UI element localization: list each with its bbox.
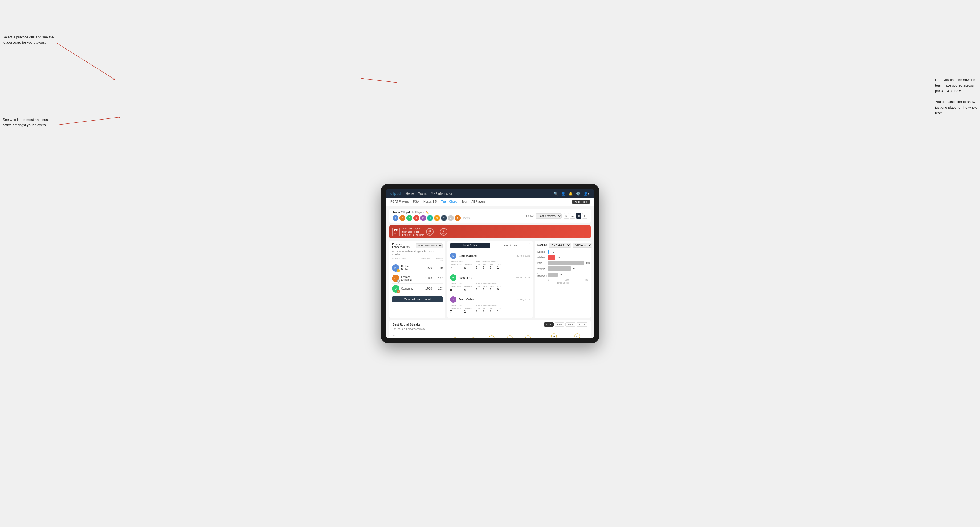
- rank-badge-3: 3: [397, 290, 400, 293]
- edit-team-icon[interactable]: ✏️: [426, 211, 429, 214]
- streaks-title: Best Round Streaks: [393, 323, 420, 326]
- svg-point-13: [471, 338, 476, 338]
- chart-row-bogeys: Bogeys 311: [538, 267, 588, 271]
- sub-nav-team-clippd[interactable]: Team Clippd: [441, 200, 457, 204]
- birdies-bar: 96: [548, 255, 555, 259]
- nav-my-performance[interactable]: My Performance: [431, 192, 452, 195]
- lb-player-3: C 3 Cameron... 17/20 103: [392, 284, 442, 294]
- streaks-chart: 4 6 7x6x6x5x5x4x4x4x3x3x: [393, 332, 587, 338]
- players-label: Players: [462, 217, 470, 219]
- avatar-8: T: [441, 215, 447, 221]
- person-icon[interactable]: 👤: [561, 192, 565, 195]
- team-header: Team Clippd 14 Players ✏️ R E C B M J S: [389, 209, 591, 223]
- avatar-10: P: [455, 215, 461, 221]
- sub-nav-hcaps[interactable]: Hcaps 1-5: [423, 200, 437, 204]
- eagles-bar-wrap: 3: [548, 250, 588, 254]
- pars-val: 499: [586, 262, 590, 264]
- drill-select[interactable]: PUTT Must Make Putting...: [416, 243, 442, 248]
- col-name-label: PLAYER NAME: [392, 257, 418, 262]
- player-date-2: 02 Sep 2023: [516, 276, 530, 279]
- practice-stat: Practice 6: [464, 264, 472, 270]
- view-sort-icon[interactable]: ⇅: [582, 213, 587, 219]
- player-avatar-2: R: [450, 275, 457, 281]
- eagles-val: 3: [553, 251, 554, 253]
- streaks-tab-putt[interactable]: PUTT: [577, 322, 588, 327]
- svg-text:4x: 4x: [490, 337, 493, 338]
- lb-title: Practice Leaderboards: [392, 243, 416, 249]
- add-team-button[interactable]: Add Team: [572, 200, 590, 204]
- player-card-header-2: R Rees Britt 02 Sep 2023: [450, 275, 530, 281]
- svg-point-10: [452, 338, 458, 338]
- team-header-right: Show: Last 3 months Last 6 months Last y…: [526, 213, 587, 219]
- lb-name-1: Richard Butler...: [401, 265, 418, 271]
- sub-nav-pga[interactable]: PGA: [413, 200, 419, 204]
- dbogeys-label: D. Bogeys +: [538, 272, 548, 277]
- sub-nav-all-players[interactable]: All Players: [472, 200, 485, 204]
- lb-name-3: Cameron...: [401, 287, 418, 290]
- tab-most-active[interactable]: Most Active: [450, 243, 490, 248]
- search-icon[interactable]: 🔍: [554, 192, 558, 195]
- chart-row-eagles: Eagles 3: [538, 250, 588, 254]
- scoring-header: Scoring Par 3, 4 & 5s All Players: [538, 243, 588, 248]
- player-card-header-3: J Josh Coles 26 Aug 2023: [450, 296, 530, 303]
- tab-least-active[interactable]: Least Active: [490, 243, 530, 248]
- shot-badge: 198 sc: [392, 227, 400, 236]
- nav-icons: 🔍 👤 🔔 ⚙️ 👤▾: [554, 192, 590, 195]
- scoring-player-filter[interactable]: All Players: [573, 243, 592, 248]
- avatar-5: M: [420, 215, 426, 221]
- lb-player-2: EC 2 Edward Crossman 18/20 107: [392, 273, 442, 284]
- nav-home[interactable]: Home: [406, 192, 414, 195]
- player-card-3: J Josh Coles 26 Aug 2023 Total Rounds To…: [450, 294, 530, 316]
- player-name-2: Rees Britt: [458, 276, 516, 279]
- sub-nav-tour[interactable]: Tour: [461, 200, 467, 204]
- total-shots-label: Total Shots: [538, 282, 588, 284]
- tablet-screen: clippd Home Teams My Performance 🔍 👤 🔔 ⚙…: [386, 189, 594, 338]
- chart-row-birdies: Birdies 96: [538, 255, 588, 259]
- birdies-bar-wrap: 96: [548, 255, 588, 259]
- streaks-tab-ott[interactable]: OTT: [544, 322, 554, 327]
- ott-stat: OTT 0: [476, 264, 480, 269]
- streaks-tab-app[interactable]: APP: [555, 322, 564, 327]
- x-label-400: 400: [584, 279, 588, 281]
- nav-bar: clippd Home Teams My Performance 🔍 👤 🔔 ⚙…: [386, 189, 594, 198]
- bell-icon[interactable]: 🔔: [568, 192, 573, 195]
- streaks-tab-arg[interactable]: ARG: [565, 322, 576, 327]
- nav-links: Home Teams My Performance: [406, 192, 554, 195]
- show-select[interactable]: Last 3 months Last 6 months Last year: [536, 213, 562, 219]
- view-icons: ⊞ ☰ ▦ ⇅: [564, 213, 587, 219]
- x-label-0: 0: [548, 279, 549, 281]
- view-list-icon[interactable]: ☰: [570, 213, 575, 219]
- sub-nav-pgat[interactable]: PGAT Players: [390, 200, 409, 204]
- pars-bar: 499: [548, 261, 584, 265]
- lb-avatar-1: RB 🥇: [392, 264, 399, 272]
- view-grid-icon[interactable]: ⊞: [564, 213, 569, 219]
- app-stat: APP 0: [483, 264, 487, 269]
- streaks-subtitle: Off The Tee, Fairway Accuracy: [393, 328, 587, 330]
- streaks-section: Best Round Streaks OTT APP ARG PUTT Off …: [389, 320, 591, 338]
- team-title: Team Clippd: [393, 211, 410, 214]
- activity-tabs: Most Active Least Active: [450, 243, 530, 248]
- avatar-icon[interactable]: 👤▾: [584, 192, 590, 195]
- svg-line-31: [56, 117, 120, 125]
- bogeys-val: 311: [573, 267, 577, 270]
- avatar-3: C: [406, 215, 412, 221]
- nav-teams[interactable]: Teams: [418, 192, 426, 195]
- col-score-label: PB SCORE: [418, 257, 432, 262]
- player-card-1: B Blair McHarg 26 Aug 2023 Total Rounds …: [450, 251, 530, 272]
- settings-icon[interactable]: ⚙️: [576, 192, 580, 195]
- player-date-3: 26 Aug 2023: [516, 298, 530, 301]
- eagles-bar: 3: [548, 250, 549, 254]
- scoring-par-filter[interactable]: Par 3, 4 & 5s: [549, 243, 571, 248]
- dbogeys-bar-wrap: 131: [548, 273, 588, 277]
- lb-name-2: Edward Crossman: [401, 275, 418, 281]
- view-cards-icon[interactable]: ▦: [576, 213, 581, 219]
- svg-line-32: [362, 78, 397, 83]
- lb-player-1: RB 🥇 Richard Butler... 19/20 110: [392, 263, 442, 273]
- player-avatar-3: J: [450, 296, 457, 303]
- sub-nav-links: PGAT Players PGA Hcaps 1-5 Team Clippd T…: [390, 200, 572, 204]
- tournament-stat: Tournament 7: [450, 264, 461, 270]
- lb-avg-1: 110: [432, 267, 442, 269]
- player-card-header-1: B Blair McHarg 26 Aug 2023: [450, 252, 530, 259]
- view-leaderboard-button[interactable]: View Full Leaderboard: [392, 296, 442, 302]
- annotation-top-right: Here you can see how the team have score…: [935, 77, 977, 116]
